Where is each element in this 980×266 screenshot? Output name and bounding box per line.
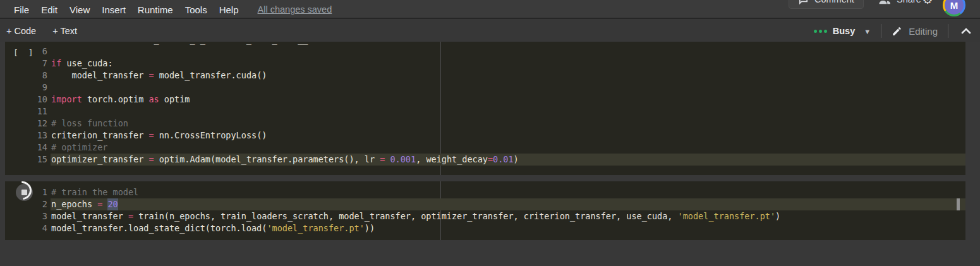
code-line[interactable]: 12# loss function (5, 118, 965, 130)
code-token: optimizer_transfer (51, 154, 148, 166)
code-token: torch.optim (82, 94, 149, 106)
code-token: if (51, 57, 61, 70)
colab-window: File Edit View Insert Runtime Tools Help… (0, 0, 980, 266)
menu-edit[interactable]: Edit (41, 4, 57, 15)
code-token: train(n_epochs, train_loaders_scratch, m… (133, 210, 678, 222)
menu-help[interactable]: Help (219, 4, 239, 15)
code-token (385, 154, 390, 166)
code-line[interactable]: 9 (5, 82, 965, 94)
code-token: import (51, 94, 82, 106)
code-cell: [ ] _ _ _ _ _ __67if use_cuda:8 model_tr… (5, 42, 965, 175)
code-token: 'model_transfer.pt' (267, 222, 364, 234)
busy-dots-icon (814, 30, 827, 33)
runtime-dropdown-caret-icon[interactable]: ▼ (864, 28, 871, 35)
code-line[interactable]: 14# optimizer (5, 142, 965, 154)
autosave-status[interactable]: All changes saved (258, 4, 332, 15)
share-people-icon (878, 0, 892, 4)
code-token: optim (159, 94, 190, 106)
avatar-letter: M (945, 0, 964, 15)
line-number: 6 (5, 45, 47, 57)
code-token: ) (514, 154, 519, 166)
code-cell-running: 1# train the model2n_epochs = 203model_t… (5, 181, 965, 240)
line-number: 8 (5, 70, 47, 82)
editing-mode-label[interactable]: Editing (909, 26, 938, 37)
code-token: = (128, 210, 133, 222)
code-token: , weight_decay (416, 154, 488, 166)
code-token (102, 198, 107, 210)
add-code-button[interactable]: + Code (6, 26, 36, 36)
code-line[interactable]: 10import torch.optim as optim (5, 94, 965, 106)
code-line[interactable]: 4model_transfer.load_state_dict(torch.lo… (5, 222, 965, 234)
line-number: 2 (5, 198, 47, 210)
code-token: criterion_transfer (51, 130, 148, 142)
code-token: model_transfer.cuda() (154, 70, 267, 82)
line-number: 10 (5, 94, 47, 106)
comment-label: Comment (814, 0, 854, 4)
cell-output: Epoch: 1 Training Loss: 1.070263 Validat… (0, 240, 980, 266)
divider (948, 24, 948, 38)
settings-gear-icon[interactable]: ⚙ (921, 0, 934, 8)
code-token: optim.Adam(model_transfer.parameters(), … (154, 154, 380, 166)
code-token: )) (365, 222, 375, 234)
account-avatar[interactable]: M (943, 0, 965, 16)
line-number: 14 (5, 142, 47, 154)
runtime-status[interactable]: Busy (833, 26, 855, 36)
code-line[interactable]: 1# train the model (5, 186, 965, 198)
code-token: 0.01 (493, 154, 514, 166)
code-token: # train the model (51, 186, 138, 198)
menu-tools[interactable]: Tools (185, 4, 207, 15)
code-line[interactable]: 7if use_cuda: (5, 57, 965, 70)
code-token: use_cuda: (61, 57, 112, 70)
line-number: 12 (5, 118, 47, 130)
code-editor[interactable]: 1# train the model2n_epochs = 203model_t… (5, 186, 965, 234)
code-token: = (148, 70, 154, 82)
code-token: nn.CrossEntropyLoss() (154, 130, 267, 142)
code-token: model_transfer (51, 210, 128, 222)
add-text-button[interactable]: + Text (52, 26, 77, 36)
code-token: = (488, 154, 493, 166)
code-editor[interactable]: _ _ _ _ _ __67if use_cuda:8 model_transf… (5, 42, 965, 166)
collapse-chevron-up-icon[interactable] (961, 28, 971, 34)
code-line[interactable]: 2n_epochs = 20 (5, 198, 965, 210)
code-token: = (148, 130, 154, 142)
code-line[interactable]: 13criterion_transfer = nn.CrossEntropyLo… (5, 130, 965, 142)
line-number: 1 (5, 186, 47, 198)
pencil-icon (892, 26, 902, 37)
code-token: = (97, 198, 102, 210)
main-menu: File Edit View Insert Runtime Tools Help… (14, 0, 332, 19)
share-label: Share (897, 0, 921, 4)
code-token: 20 (107, 198, 118, 210)
code-token: # loss function (51, 118, 128, 130)
share-button[interactable]: Share (878, 0, 921, 8)
comment-button[interactable]: Comment (789, 0, 864, 9)
menu-view[interactable]: View (70, 4, 90, 15)
code-line[interactable]: 8 model_transfer = model_transfer.cuda() (5, 70, 965, 82)
line-number: 7 (5, 57, 47, 70)
line-number: 11 (5, 106, 47, 118)
code-token: as (148, 94, 159, 106)
line-number: 15 (5, 154, 47, 166)
code-token: ) (775, 210, 780, 222)
divider (881, 24, 881, 38)
line-number: 9 (5, 82, 47, 94)
comment-icon (798, 0, 809, 5)
code-line[interactable]: 3model_transfer = train(n_epochs, train_… (5, 210, 965, 222)
code-token: = (380, 154, 385, 166)
code-line[interactable]: 6 (5, 45, 965, 57)
line-number: 4 (5, 222, 47, 234)
code-line[interactable]: 15optimizer_transfer = optim.Adam(model_… (5, 154, 965, 166)
code-token: model_transfer.load_state_dict(torch.loa… (51, 222, 267, 234)
code-token: = (148, 154, 154, 166)
menu-bar: File Edit View Insert Runtime Tools Help… (0, 0, 980, 19)
code-token: n_epochs (51, 198, 97, 210)
code-token: model_transfer (51, 70, 148, 82)
code-token: 0.001 (390, 154, 416, 166)
menu-insert[interactable]: Insert (102, 4, 126, 15)
menu-file[interactable]: File (14, 4, 29, 15)
line-number: 3 (5, 210, 47, 222)
cell-scrollbar-thumb[interactable] (957, 198, 960, 210)
code-token: 'model_transfer.pt' (678, 210, 775, 222)
code-token: # optimizer (51, 142, 107, 154)
menu-runtime[interactable]: Runtime (138, 4, 173, 15)
code-line[interactable]: 11 (5, 106, 965, 118)
